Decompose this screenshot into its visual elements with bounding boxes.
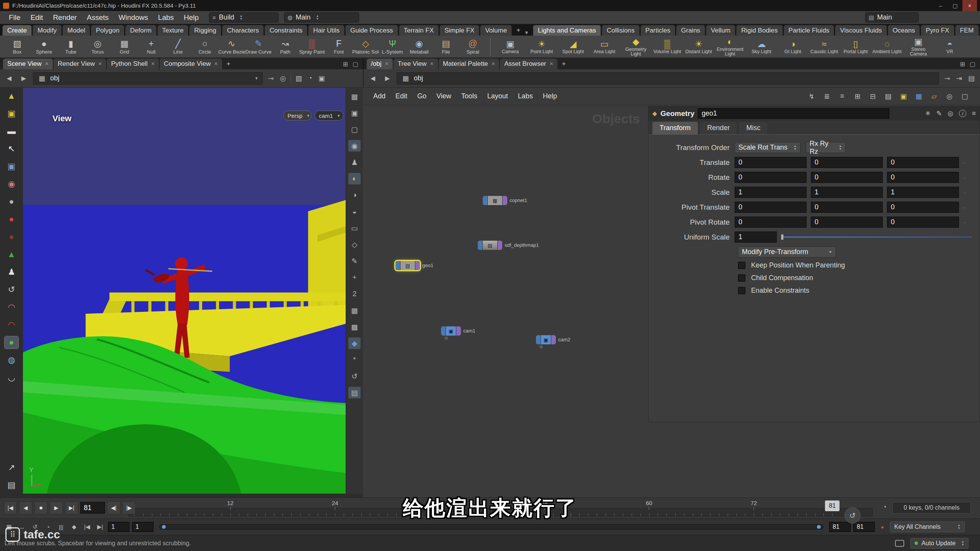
eraser-icon[interactable]: ▬: [5, 125, 18, 137]
material-icon[interactable]: ◆: [348, 337, 361, 349]
close-icon[interactable]: ×: [45, 60, 48, 67]
viewport-3d-scene[interactable]: Y: [23, 88, 346, 494]
tab-render[interactable]: Render: [699, 121, 737, 134]
param-field-translate-2[interactable]: 0: [887, 157, 959, 168]
pane-tab-composite-view[interactable]: Composite View×: [160, 59, 222, 69]
snap-icon[interactable]: ◇: [348, 239, 361, 250]
globe-icon[interactable]: ◍: [5, 354, 18, 366]
forward-button[interactable]: ▶: [382, 73, 393, 84]
red-sphere-icon[interactable]: ●: [5, 213, 18, 225]
wrench-icon[interactable]: ↯: [806, 91, 817, 102]
projection-button[interactable]: Persp: [283, 111, 312, 121]
jump-icon[interactable]: ⇥: [955, 74, 964, 83]
close-icon[interactable]: ×: [430, 60, 433, 67]
tool-line[interactable]: ╱Line: [165, 36, 191, 57]
node-display-flag[interactable]: [497, 241, 502, 250]
tool-spiral[interactable]: @Spiral: [459, 36, 486, 57]
menu-file[interactable]: File: [4, 12, 26, 23]
shelf-tab-hair-utils[interactable]: Hair Utils: [308, 25, 345, 36]
spinner-icon[interactable]: [961, 540, 964, 546]
shelf-tab-modify[interactable]: Modify: [33, 25, 62, 36]
tool-path[interactable]: ↝Path: [272, 36, 299, 57]
net-menu-tools[interactable]: Tools: [456, 90, 482, 103]
spinner-icon[interactable]: [794, 145, 797, 151]
character-icon[interactable]: ♟: [5, 266, 18, 278]
tool-stereo-camera[interactable]: ▣Stereo Camera: [903, 36, 934, 57]
close-icon[interactable]: ×: [98, 60, 102, 67]
tool-area-light[interactable]: ▭Area Light: [589, 36, 620, 57]
tool-caustic-light[interactable]: ≈Caustic Light: [808, 36, 840, 57]
playback-menu-button[interactable]: ↺: [844, 507, 861, 523]
tool-circle[interactable]: ○Circle: [191, 36, 218, 57]
uniform-scale-slider[interactable]: [781, 231, 972, 243]
tool-sphere[interactable]: ●Sphere: [31, 36, 57, 57]
param-field-pivot-rotate-2[interactable]: 0: [887, 217, 959, 228]
current-frame-marker[interactable]: 81: [825, 500, 840, 511]
checkbox-child-compensation[interactable]: [738, 274, 745, 282]
node-display-flag[interactable]: [502, 196, 507, 205]
node-input-flag[interactable]: [536, 335, 541, 344]
sticky-icon[interactable]: ▣: [898, 91, 909, 102]
param-field-rotate-2[interactable]: 0: [887, 172, 959, 183]
paint-brush-icon[interactable]: ▲: [5, 90, 18, 102]
pane-layout-icon[interactable]: ▦: [348, 91, 361, 102]
slider-track[interactable]: [781, 236, 972, 238]
range-start-field[interactable]: 1: [108, 522, 129, 532]
gray-sphere-icon[interactable]: ●: [5, 196, 18, 208]
magnet-red-icon[interactable]: ◠: [5, 319, 18, 331]
net-menu-layout[interactable]: Layout: [482, 90, 513, 103]
grid-view-icon[interactable]: ⊞: [852, 91, 863, 102]
keys-info-button[interactable]: 0 keys, 0/0 channels: [892, 502, 971, 514]
search-icon[interactable]: ◎: [947, 109, 953, 117]
rotate-order-dropdown[interactable]: Rx Ry Rz: [806, 142, 846, 153]
pane-tab-obj[interactable]: /obj×: [367, 59, 393, 69]
maximize-button[interactable]: ▢: [948, 0, 962, 11]
node-cam2[interactable]: ▣: [536, 335, 556, 344]
tool-spray-paint[interactable]: ▒Spray Paint: [299, 36, 325, 57]
add-shelf-tab-button[interactable]: +: [513, 25, 524, 36]
node-input-flag[interactable]: [478, 241, 483, 250]
node-display-flag[interactable]: [415, 261, 420, 270]
two-badge-icon[interactable]: 2: [348, 288, 361, 300]
shelf-tab-vellum[interactable]: Vellum: [706, 25, 735, 36]
info-icon[interactable]: i: [959, 110, 966, 117]
play-button[interactable]: ▶: [50, 501, 63, 514]
radial-menu-selector[interactable]: ▤ Main: [865, 12, 919, 23]
pencil-icon[interactable]: ✎: [348, 255, 361, 267]
shelf-tab-texture[interactable]: Texture: [157, 25, 189, 36]
next-frame-button[interactable]: |▶: [122, 501, 136, 514]
shelf-tab-simple-fx[interactable]: Simple FX: [439, 25, 479, 36]
shelf-tab-pyro-fx[interactable]: Pyro FX: [921, 25, 954, 36]
close-icon[interactable]: ×: [492, 60, 495, 67]
handles-icon[interactable]: +: [348, 272, 361, 283]
tree-icon[interactable]: ▲: [5, 248, 18, 261]
render-icon[interactable]: ▣: [317, 74, 327, 83]
prev-frame-button[interactable]: ◀|: [107, 501, 120, 514]
image-icon[interactable]: ▦: [913, 91, 924, 102]
auto-update-dropdown[interactable]: Auto Update: [910, 538, 969, 549]
checker-icon[interactable]: ▩: [348, 321, 361, 333]
menu-render[interactable]: Render: [48, 12, 82, 23]
close-icon[interactable]: ×: [151, 60, 155, 67]
node-input-flag[interactable]: [441, 326, 446, 336]
tool-sky-light[interactable]: ☁Sky Light: [746, 36, 777, 57]
spinner-icon[interactable]: [316, 15, 319, 21]
camera-button[interactable]: cam1: [315, 111, 343, 121]
close-icon[interactable]: ×: [550, 60, 553, 67]
range-handle-start[interactable]: [162, 525, 166, 529]
node-display-flag[interactable]: [456, 326, 461, 336]
hdri-icon[interactable]: ◒: [348, 206, 361, 217]
path-field[interactable]: ▦ obj: [33, 72, 263, 85]
shelf-tab-constraints[interactable]: Constraints: [265, 25, 307, 36]
net-menu-help[interactable]: Help: [538, 90, 562, 103]
brush-icon[interactable]: ✎: [936, 109, 942, 117]
ruler-icon[interactable]: ▭: [348, 222, 361, 234]
pre-transform-dropdown[interactable]: Modify Pre-Transform: [738, 246, 836, 258]
tool-distant-light[interactable]: ☀Distant Light: [683, 36, 714, 57]
net-menu-view[interactable]: View: [431, 90, 456, 103]
next-key-icon[interactable]: ▶|: [95, 522, 105, 532]
add-pane-tab-button[interactable]: +: [223, 59, 234, 69]
tool-l-system[interactable]: ΨL-System: [379, 36, 406, 57]
tool-environment-light[interactable]: ◐Environment Light: [714, 36, 746, 57]
display-icon[interactable]: ◔: [307, 74, 314, 82]
